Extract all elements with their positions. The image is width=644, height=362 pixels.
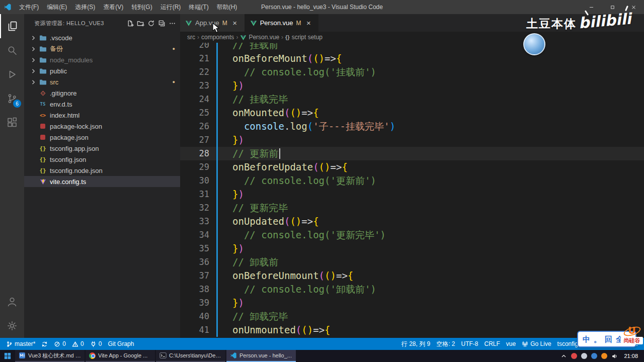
code-text: onBeforeMount(()=>{ bbox=[218, 52, 342, 65]
status-行 28, 列 9[interactable]: 行 28, 列 9 bbox=[398, 338, 433, 350]
npm-file-icon bbox=[38, 135, 47, 140]
taskbar-item[interactable]: Vite App - Google ... bbox=[86, 350, 155, 362]
more-actions-icon[interactable] bbox=[169, 19, 176, 28]
status-label: 0 bbox=[80, 340, 84, 347]
app-red-icon[interactable] bbox=[571, 353, 577, 359]
line-number: 30 bbox=[180, 174, 216, 188]
code-line-30: 30 // console.log('更新前') bbox=[180, 174, 644, 188]
status-Go Live[interactable]: Go Live bbox=[519, 338, 554, 350]
tab-Person.vue[interactable]: Person.vueM× bbox=[245, 14, 319, 32]
tab-close-icon[interactable]: × bbox=[304, 19, 313, 27]
menu-item[interactable]: 编辑(E) bbox=[43, 0, 71, 14]
menu-item[interactable]: 查看(V) bbox=[99, 0, 127, 14]
taskbar-item[interactable]: C:\Users\tianyu\Des... bbox=[156, 350, 225, 362]
line-number: 39 bbox=[180, 296, 216, 310]
ime-item[interactable]: 。 bbox=[594, 335, 601, 343]
ime-item[interactable]: 回 bbox=[605, 335, 612, 343]
status-label: master* bbox=[15, 340, 35, 347]
taskbar-item[interactable]: Person.vue - hello_... bbox=[226, 350, 296, 362]
activity-source-control-icon[interactable]: 6 bbox=[0, 86, 24, 111]
status-sync-icon[interactable] bbox=[38, 338, 51, 350]
activity-files-icon[interactable] bbox=[0, 14, 24, 38]
line-number: 25 bbox=[180, 106, 216, 120]
breadcrumb-item[interactable]: src bbox=[187, 34, 195, 41]
new-file-icon[interactable] bbox=[126, 19, 134, 28]
breadcrumb-item[interactable]: components bbox=[201, 34, 234, 41]
tree-item-.gitignore[interactable]: .gitignore bbox=[24, 87, 180, 99]
json-file-icon: {} bbox=[38, 145, 47, 152]
breadcrumb-item[interactable]: script setup bbox=[292, 34, 323, 41]
activity-extensions-icon[interactable] bbox=[0, 111, 24, 135]
tree-item-label: tsconfig.node.json bbox=[50, 167, 103, 174]
start-button[interactable] bbox=[0, 350, 15, 362]
status-0[interactable]: 0 bbox=[69, 338, 87, 350]
line-number: 41 bbox=[180, 323, 216, 337]
tab-close-icon[interactable]: × bbox=[230, 19, 239, 27]
tree-item-src[interactable]: src● bbox=[24, 76, 180, 87]
menu-item[interactable]: 帮助(H) bbox=[213, 0, 242, 14]
tree-item-tsconfig.node.json[interactable]: {}tsconfig.node.json bbox=[24, 165, 180, 176]
tree-item-label: tsconfig.app.json bbox=[50, 145, 99, 152]
code-text: // 挂载前 bbox=[218, 43, 278, 52]
code-line-35: 35}) bbox=[180, 242, 644, 255]
collapse-all-icon[interactable] bbox=[158, 19, 166, 28]
tree-item-package.json[interactable]: package.json bbox=[24, 132, 180, 143]
status-Git Graph[interactable]: Git Graph bbox=[105, 338, 137, 350]
chevron-up-icon[interactable] bbox=[560, 353, 567, 359]
menu-item[interactable]: 运行(R) bbox=[156, 0, 185, 14]
status-label: 行 28, 列 9 bbox=[401, 340, 430, 348]
breadcrumb-item[interactable]: Person.vue bbox=[249, 34, 279, 41]
code-editor[interactable]: 20// 挂载前21onBeforeMount(()=>{22 // conso… bbox=[180, 43, 644, 338]
activity-run-debug-icon[interactable] bbox=[0, 62, 24, 86]
taskbar-clock[interactable]: 21:08 bbox=[622, 353, 640, 359]
status-空格: 2[interactable]: 空格: 2 bbox=[433, 338, 458, 350]
line-number: 22 bbox=[180, 65, 216, 79]
window-minimize-icon[interactable] bbox=[581, 0, 602, 14]
code-line-34: 34 // console.log('更新完毕') bbox=[180, 228, 644, 242]
line-number: 40 bbox=[180, 310, 216, 323]
tree-item-.vscode[interactable]: .vscode bbox=[24, 32, 180, 43]
menu-item[interactable]: 选择(S) bbox=[71, 0, 99, 14]
chevron-right-icon bbox=[30, 68, 38, 74]
activity-account-icon[interactable] bbox=[0, 290, 24, 314]
status-CRLF[interactable]: CRLF bbox=[481, 338, 503, 350]
menu-item[interactable]: 终端(T) bbox=[185, 0, 212, 14]
activity-search-icon[interactable] bbox=[0, 38, 24, 62]
activity-settings-gear-icon[interactable] bbox=[0, 314, 24, 338]
code-text: // 更新完毕 bbox=[218, 201, 288, 215]
line-number: 37 bbox=[180, 269, 216, 283]
tree-item-public[interactable]: public bbox=[24, 65, 180, 76]
app-blue-icon[interactable] bbox=[591, 353, 597, 359]
tree-item-tsconfig.json[interactable]: {}tsconfig.json bbox=[24, 154, 180, 165]
code-line-24: 24// 挂载完毕 bbox=[180, 93, 644, 106]
status-master*[interactable]: master* bbox=[3, 338, 38, 350]
tree-item-tsconfig.app.json[interactable]: {}tsconfig.app.json bbox=[24, 143, 180, 154]
tree-item-package-lock.json[interactable]: package-lock.json bbox=[24, 121, 180, 132]
app-orange-icon[interactable] bbox=[601, 353, 607, 359]
tree-item-env.d.ts[interactable]: TSenv.d.ts bbox=[24, 99, 180, 110]
app-gray-icon[interactable] bbox=[581, 353, 587, 359]
status-0[interactable]: 0 bbox=[51, 338, 69, 350]
chevron-separator-icon: › bbox=[197, 34, 199, 41]
status-vue[interactable]: vue bbox=[503, 338, 519, 350]
taskbar-item[interactable]: Vue3 核心技术.md - ... bbox=[15, 350, 85, 362]
atguigu-u-icon: U bbox=[623, 324, 640, 337]
tree-item-备份[interactable]: 备份● bbox=[24, 43, 180, 54]
new-folder-icon[interactable] bbox=[137, 19, 144, 28]
refresh-icon[interactable] bbox=[147, 19, 155, 28]
menu-item[interactable]: 转到(G) bbox=[127, 0, 156, 14]
tree-item-vite.config.ts[interactable]: vite.config.ts bbox=[24, 176, 180, 187]
menu-item[interactable]: 文件(F) bbox=[15, 0, 43, 14]
modified-dot-badge: ● bbox=[173, 46, 175, 51]
status-UTF-8[interactable]: UTF-8 bbox=[458, 338, 481, 350]
code-text: onBeforeUpdate(()=>{ bbox=[218, 160, 348, 174]
system-tray: 21:08 bbox=[556, 350, 644, 362]
tree-item-node_modules[interactable]: node_modules bbox=[24, 54, 180, 65]
status-label: Git Graph bbox=[108, 340, 134, 347]
code-text: }) bbox=[218, 188, 244, 201]
volume-icon[interactable] bbox=[611, 353, 618, 359]
line-number: 38 bbox=[180, 283, 216, 296]
status-0[interactable]: 0 bbox=[87, 338, 105, 350]
ime-item[interactable]: 中 bbox=[583, 335, 590, 343]
tree-item-index.html[interactable]: <>index.html bbox=[24, 110, 180, 121]
